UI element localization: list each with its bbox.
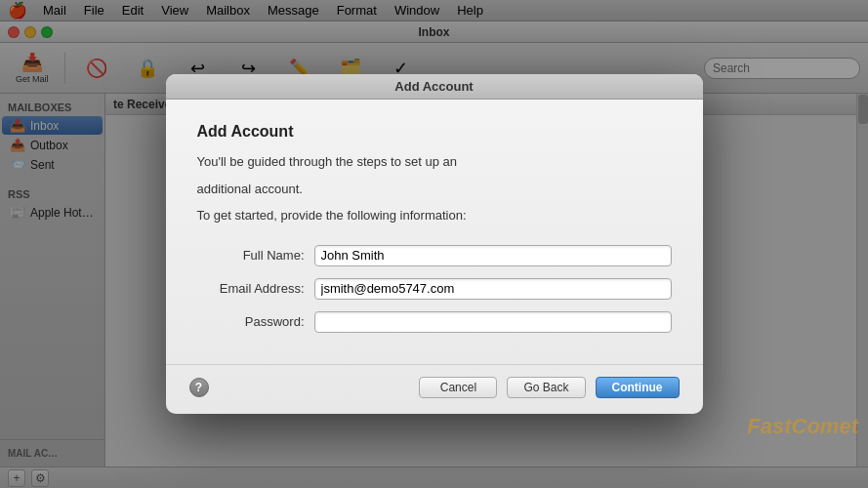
modal-heading: Add Account xyxy=(197,123,672,141)
password-row: Password: xyxy=(197,311,672,333)
inbox-window: Inbox 📥 Get Mail 🚫 🔒 ↩ ↪ ✏️ xyxy=(0,21,868,488)
cancel-button[interactable]: Cancel xyxy=(419,377,497,398)
modal-titlebar: Add Account xyxy=(166,74,703,100)
add-account-dialog: Add Account Add Account You'll be guided… xyxy=(166,74,703,414)
modal-description-2: additional account. xyxy=(197,180,672,199)
go-back-button[interactable]: Go Back xyxy=(507,377,585,398)
full-name-row: Full Name: xyxy=(197,245,672,266)
modal-description-3: To get started, provide the following in… xyxy=(197,206,672,225)
password-label: Password: xyxy=(197,314,314,329)
modal-footer: ? Cancel Go Back Continue xyxy=(166,364,703,414)
email-address-label: Email Address: xyxy=(197,281,314,296)
modal-body: Add Account You'll be guided through the… xyxy=(166,100,703,364)
email-address-row: Email Address: xyxy=(197,278,672,300)
help-button[interactable]: ? xyxy=(189,378,209,397)
modal-overlay: Add Account Add Account You'll be guided… xyxy=(0,0,868,488)
modal-description-1: You'll be guided through the steps to se… xyxy=(197,152,672,172)
modal-title: Add Account xyxy=(394,79,473,94)
full-name-input[interactable] xyxy=(314,245,672,266)
email-address-input[interactable] xyxy=(314,278,672,300)
continue-button[interactable]: Continue xyxy=(596,377,680,398)
mac-window: 🍎 Mail File Edit View Mailbox Message Fo… xyxy=(0,0,868,488)
full-name-label: Full Name: xyxy=(197,248,314,263)
footer-left: ? xyxy=(189,378,209,397)
password-input[interactable] xyxy=(314,311,672,333)
